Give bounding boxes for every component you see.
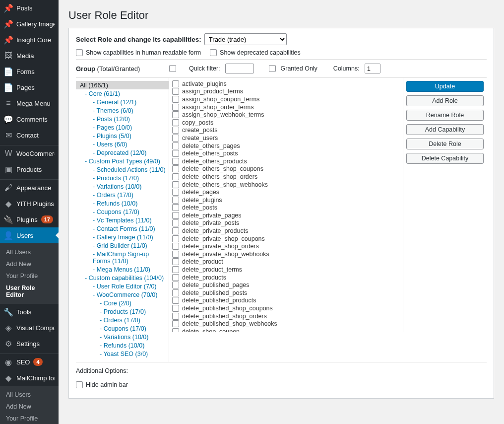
capability-checkbox[interactable] (172, 197, 179, 204)
capability-checkbox[interactable] (172, 96, 179, 103)
sidebar-item-woocommerce[interactable]: WWooCommerce (0, 145, 59, 161)
tree-item[interactable]: - Posts (12/0) (78, 115, 167, 123)
tree-item[interactable]: - User Role Editor (7/0) (78, 282, 167, 290)
tree-item[interactable]: - Coupons (17/0) (78, 208, 167, 216)
add-role-button[interactable]: Add Role (406, 95, 484, 106)
tree-item[interactable]: - Custom capabilities (104/0) (78, 274, 167, 282)
capability-checkbox[interactable] (172, 219, 179, 226)
capability-checkbox[interactable] (172, 235, 179, 242)
tree-item[interactable]: - Core (61/1) (78, 89, 167, 98)
tree-item[interactable]: - Products (17/0) (78, 307, 167, 316)
capability-checkbox[interactable] (172, 266, 179, 273)
capability-checkbox[interactable] (172, 111, 179, 118)
sidebar-item-seo[interactable]: ◉SEO4 (0, 354, 59, 370)
tree-item[interactable]: - Yoast SEO (3/0) (78, 350, 167, 358)
tree-item[interactable]: - Core (2/0) (78, 299, 167, 307)
capability-checkbox[interactable] (172, 328, 179, 332)
capability-checkbox[interactable] (172, 289, 179, 296)
sidebar-item-comments[interactable]: 💬Comments (0, 111, 59, 127)
human-readable-checkbox[interactable] (76, 49, 83, 56)
submenu-item[interactable]: Add New (0, 401, 59, 413)
role-select[interactable]: Trade (trade) (204, 33, 287, 45)
tree-item[interactable]: - Vc Templates (11/0) (78, 216, 167, 224)
tree-item[interactable]: - Products (17/0) (78, 174, 167, 182)
capability-checkbox[interactable] (172, 243, 179, 250)
capability-checkbox[interactable] (172, 297, 179, 304)
capability-checkbox[interactable] (172, 189, 179, 196)
capability-checkbox[interactable] (172, 320, 179, 327)
sidebar-item-mailchimp-for-wp[interactable]: ◆MailChimp for WP (0, 370, 59, 386)
tree-item[interactable]: - WooCommerce (70/0) (78, 290, 167, 299)
delete-capability-button[interactable]: Delete Capability (406, 153, 484, 164)
tree-item[interactable]: - Plugins (5/0) (78, 132, 167, 140)
tree-item[interactable]: - Scheduled Actions (11/0) (78, 165, 167, 174)
capability-checkbox[interactable] (172, 142, 179, 149)
quick-filter-input[interactable] (225, 64, 254, 73)
sidebar-item-settings[interactable]: ⚙Settings (0, 336, 59, 352)
tree-item[interactable]: - Coupons (17/0) (78, 324, 167, 333)
deprecated-checkbox[interactable] (210, 49, 217, 56)
capability-checkbox[interactable] (172, 135, 179, 141)
sidebar-item-visual-composer[interactable]: ◈Visual Composer (0, 320, 59, 336)
tree-item[interactable]: - Contact Forms (11/0) (78, 224, 167, 233)
submenu-item[interactable]: Your Profile (0, 270, 59, 282)
sidebar-item-posts[interactable]: 📌Posts (0, 0, 59, 16)
capability-checkbox[interactable] (172, 80, 179, 87)
tree-item[interactable]: - MailChimp Sign-up Forms (11/0) (78, 250, 167, 265)
select-all-checkbox[interactable] (169, 65, 176, 72)
tree-item[interactable]: All (166/1) (76, 81, 169, 89)
update-button[interactable]: Update (406, 81, 484, 92)
tree-item[interactable]: - Variations (10/0) (78, 333, 167, 341)
tree-item[interactable]: - Deprecated (12/0) (78, 148, 167, 157)
delete-role-button[interactable]: Delete Role (406, 139, 484, 149)
tree-item[interactable]: - Pages (10/0) (78, 123, 167, 132)
tree-item[interactable]: - Themes (6/0) (78, 106, 167, 115)
sidebar-item-insight-core[interactable]: 📌Insight Core (0, 32, 59, 48)
submenu-item[interactable]: Your Profile (0, 413, 59, 424)
sidebar-item-contact[interactable]: ✉Contact (0, 127, 59, 143)
capability-checkbox[interactable] (172, 274, 179, 281)
tree-item[interactable]: - Variations (10/0) (78, 182, 167, 191)
capability-checkbox[interactable] (172, 88, 179, 95)
capability-checkbox[interactable] (172, 227, 179, 234)
sidebar-item-forms[interactable]: 📄Forms (0, 64, 59, 79)
capability-checkbox[interactable] (172, 212, 179, 219)
columns-input[interactable] (365, 64, 380, 73)
tree-item[interactable]: - General (12/1) (78, 98, 167, 106)
tree-item[interactable]: - Grid Builder (11/0) (78, 241, 167, 250)
capability-checkbox[interactable] (172, 251, 179, 258)
tree-item[interactable]: - Mega Menus (11/0) (78, 265, 167, 274)
capability-checkbox[interactable] (172, 119, 179, 126)
tree-item[interactable]: - Gallery Image (11/0) (78, 233, 167, 241)
capability-checkbox[interactable] (172, 313, 179, 320)
tree-item[interactable]: - Orders (17/0) (78, 316, 167, 324)
sidebar-item-media[interactable]: 🖼Media (0, 48, 59, 64)
sidebar-item-appearance[interactable]: 🖌Appearance (0, 180, 59, 196)
tree-item[interactable]: - Refunds (10/0) (78, 341, 167, 350)
sidebar-item-products[interactable]: ▣Products (0, 161, 59, 177)
sidebar-item-mega-menu[interactable]: ≡Mega Menu (0, 95, 59, 111)
sidebar-item-users[interactable]: 👤Users (0, 227, 59, 243)
capability-checkbox[interactable] (172, 181, 179, 188)
capability-checkbox[interactable] (172, 258, 179, 265)
capability-checkbox[interactable] (172, 173, 179, 180)
sidebar-item-plugins[interactable]: 🔌Plugins17 (0, 212, 59, 227)
sidebar-item-pages[interactable]: 📄Pages (0, 79, 59, 95)
capability-checkbox[interactable] (172, 282, 179, 288)
tree-item[interactable]: - Orders (17/0) (78, 191, 167, 199)
tree-item[interactable]: - Users (6/0) (78, 140, 167, 148)
submenu-item[interactable]: Add New (0, 258, 59, 270)
capability-checkbox[interactable] (172, 127, 179, 134)
add-capability-button[interactable]: Add Capability (406, 124, 484, 135)
capability-checkbox[interactable] (172, 305, 179, 312)
submenu-item[interactable]: All Users (0, 246, 59, 258)
submenu-item[interactable]: User Role Editor (0, 282, 59, 301)
capability-checkbox[interactable] (172, 158, 179, 165)
hide-admin-bar-checkbox[interactable] (76, 381, 83, 388)
capability-checkbox[interactable] (172, 104, 179, 111)
capability-checkbox[interactable] (172, 204, 179, 211)
tree-item[interactable]: - Refunds (10/0) (78, 199, 167, 208)
submenu-item[interactable]: All Users (0, 389, 59, 401)
sidebar-item-yith-plugins[interactable]: ◆YITH Plugins (0, 196, 59, 212)
sidebar-item-gallery-image[interactable]: 📌Gallery Image (0, 16, 59, 32)
